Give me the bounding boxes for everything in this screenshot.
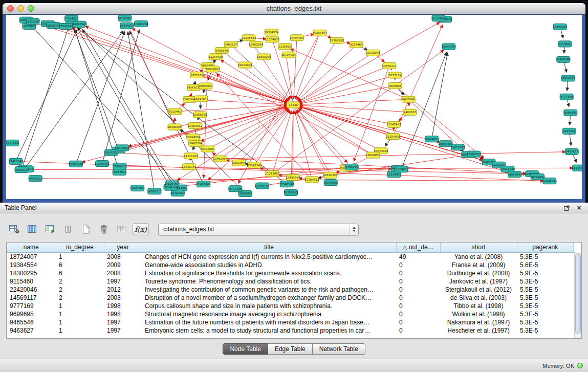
table-row[interactable]: 2242004622012Investigating the contribut… bbox=[7, 286, 574, 294]
network-canvas-svg[interactable]: 1724018724007193845541830029591154602242… bbox=[6, 15, 582, 199]
graph-edge[interactable] bbox=[221, 60, 293, 105]
graph-node[interactable]: 21211987 bbox=[265, 170, 279, 177]
graph-node[interactable]: 10462954 bbox=[249, 41, 264, 48]
graph-node[interactable]: 14569117 bbox=[561, 75, 575, 81]
graph-node[interactable]: 14569117 bbox=[147, 188, 162, 194]
graph-node[interactable]: 9699695 bbox=[388, 83, 402, 89]
close-panel-button[interactable]: × bbox=[575, 204, 583, 212]
column-header-pagerank[interactable]: pagerank bbox=[517, 243, 574, 252]
graph-node[interactable]: 9115460 bbox=[558, 41, 572, 47]
graph-node[interactable]: 17284512 bbox=[467, 151, 481, 157]
graph-edge[interactable] bbox=[354, 66, 389, 162]
graph-node[interactable]: 9465546 bbox=[345, 164, 358, 170]
graph-edge[interactable] bbox=[298, 45, 357, 101]
graph-node[interactable]: 19384554 bbox=[186, 134, 201, 140]
graph-edge[interactable] bbox=[293, 105, 509, 172]
graph-node[interactable]: 14569117 bbox=[382, 63, 397, 69]
show-columns-button[interactable] bbox=[25, 223, 39, 236]
table-row[interactable]: 977716911998Corpus callosum shape and si… bbox=[7, 302, 574, 310]
graph-node[interactable]: 9463627 bbox=[403, 109, 417, 115]
graph-node[interactable]: 18724007 bbox=[118, 15, 132, 21]
graph-node[interactable]: 9777169 bbox=[388, 72, 402, 78]
scrollbar-thumb[interactable] bbox=[575, 253, 581, 334]
graph-node[interactable]: 9777169 bbox=[190, 72, 204, 78]
graph-node[interactable]: 9465546 bbox=[402, 96, 415, 102]
graph-node[interactable]: 18300295 bbox=[553, 24, 567, 30]
graph-node[interactable]: 11254938 bbox=[394, 166, 408, 172]
graph-node[interactable]: 21211987 bbox=[26, 18, 40, 25]
float-panel-button[interactable] bbox=[562, 204, 571, 212]
graph-node[interactable]: 17284512 bbox=[64, 15, 79, 21]
rows-button[interactable] bbox=[61, 223, 75, 236]
graph-node[interactable]: 20160350 bbox=[104, 149, 119, 156]
zoom-button[interactable] bbox=[28, 5, 34, 12]
graph-edge[interactable] bbox=[85, 26, 293, 105]
import-table-button[interactable] bbox=[115, 223, 129, 236]
table-row[interactable]: 911546021997Tourette syndrome. Phenomeno… bbox=[7, 277, 574, 286]
close-button[interactable] bbox=[7, 5, 14, 12]
graph-edge[interactable] bbox=[272, 50, 444, 173]
graph-node[interactable]: 18724007 bbox=[281, 52, 296, 58]
graph-node[interactable]: 19013948 bbox=[238, 62, 252, 68]
column-header-in-degree[interactable]: in_degree bbox=[56, 243, 104, 252]
table-row[interactable]: 1830029562008Estimation of significance … bbox=[7, 269, 574, 277]
graph-edge[interactable] bbox=[238, 33, 320, 183]
graph-node[interactable]: 9777169 bbox=[229, 186, 242, 192]
column-header-year[interactable]: year bbox=[104, 243, 142, 252]
graph-node[interactable]: 19013948 bbox=[130, 185, 145, 191]
graph-edge[interactable] bbox=[298, 108, 373, 155]
delete-table-button[interactable] bbox=[97, 223, 111, 236]
graph-node[interactable]: 10462954 bbox=[213, 156, 227, 162]
graph-node[interactable]: 21211987 bbox=[184, 153, 198, 159]
column-header-name[interactable]: name bbox=[7, 243, 56, 252]
graph-edge[interactable] bbox=[299, 108, 381, 151]
column-header-out-de-[interactable]: △ out_de… bbox=[396, 243, 440, 252]
graph-edge[interactable] bbox=[294, 38, 297, 99]
graph-node[interactable]: 12145493 bbox=[387, 121, 401, 127]
graph-node[interactable]: 18300295 bbox=[330, 37, 344, 43]
graph-node[interactable]: 12145493 bbox=[572, 165, 582, 171]
tab-node-table[interactable]: Node Table bbox=[223, 343, 268, 355]
graph-node[interactable]: 19384554 bbox=[542, 178, 557, 184]
graph-edge[interactable] bbox=[272, 111, 291, 174]
graph-node[interactable]: 11254938 bbox=[208, 54, 223, 60]
graph-edge[interactable] bbox=[216, 74, 312, 180]
graph-node[interactable]: 16964950 bbox=[199, 83, 213, 89]
graph-node[interactable]: 18300295 bbox=[257, 54, 271, 60]
graph-node[interactable]: 20160350 bbox=[323, 172, 337, 178]
graph-node[interactable]: 17240 bbox=[287, 102, 300, 108]
graph-edge[interactable] bbox=[299, 66, 389, 103]
function-builder-button[interactable]: f(x) bbox=[133, 223, 149, 235]
graph-node[interactable]: 15817843 bbox=[194, 96, 208, 102]
graph-node[interactable]: 17284512 bbox=[305, 177, 319, 183]
graph-node[interactable]: 18495794 bbox=[255, 183, 270, 189]
graph-edge[interactable] bbox=[193, 107, 288, 137]
graph-node[interactable]: 22420046 bbox=[366, 50, 380, 56]
graph-node[interactable]: 19013948 bbox=[508, 171, 522, 178]
edit-table-button[interactable] bbox=[43, 223, 57, 236]
graph-node[interactable]: 11254938 bbox=[386, 134, 400, 140]
graph-edge[interactable] bbox=[432, 53, 448, 139]
graph-node[interactable]: 11254938 bbox=[265, 36, 279, 42]
graph-node[interactable]: 9463627 bbox=[15, 167, 28, 173]
graph-edge[interactable] bbox=[220, 108, 288, 159]
graph-node[interactable]: 9699695 bbox=[324, 180, 337, 186]
graph-edge[interactable] bbox=[299, 105, 410, 113]
graph-node[interactable]: 9777169 bbox=[560, 94, 573, 100]
graph-edge[interactable] bbox=[293, 105, 440, 142]
tab-network-table[interactable]: Network Table bbox=[313, 343, 365, 355]
graph-node[interactable]: 9777169 bbox=[6, 140, 19, 146]
table-row[interactable]: 946362711997Embryonic stem cells: a mode… bbox=[7, 326, 574, 335]
graph-node[interactable]: 18495794 bbox=[188, 140, 203, 146]
graph-node[interactable]: 10462954 bbox=[134, 21, 148, 27]
graph-node[interactable]: 18724007 bbox=[170, 190, 185, 196]
graph-node[interactable]: 9115460 bbox=[432, 15, 445, 21]
graph-node[interactable]: 20160350 bbox=[193, 112, 207, 118]
graph-node[interactable]: 15542340 bbox=[182, 164, 196, 170]
graph-edge[interactable] bbox=[76, 32, 124, 164]
graph-node[interactable]: 18724007 bbox=[201, 146, 215, 152]
graph-node[interactable]: 9465546 bbox=[562, 128, 576, 134]
create-table-button[interactable] bbox=[79, 223, 93, 236]
graph-edge[interactable] bbox=[220, 152, 565, 159]
graph-node[interactable]: 12145493 bbox=[242, 35, 256, 41]
